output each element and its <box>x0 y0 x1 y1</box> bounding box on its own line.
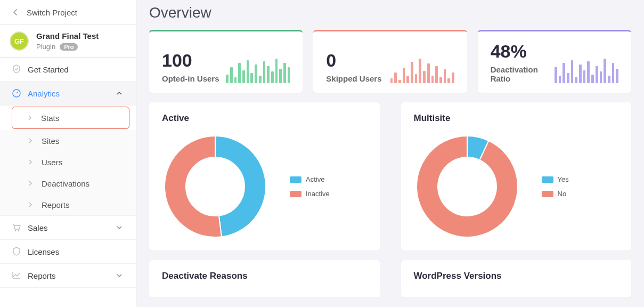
chart-title: Multisite <box>414 113 619 124</box>
legend-swatch <box>290 176 301 183</box>
sidebar-item-label: Users <box>42 158 62 167</box>
chevron-right-icon <box>26 157 35 167</box>
kpi-deactivation-ratio[interactable]: 48% Deactivation Ratio <box>478 30 631 93</box>
chart-card-active: Active ActiveInactive <box>149 102 380 251</box>
kpi-label: Skipped Users <box>326 74 381 83</box>
chart-row: Active ActiveInactive Multisite YesNo <box>149 102 631 251</box>
legend-label: Active <box>306 175 324 183</box>
shield-check-icon <box>12 64 21 74</box>
project-title: Grand Final Test <box>36 31 99 41</box>
sidebar-item-analytics[interactable]: Analytics <box>0 82 136 106</box>
sidebar-item-label: Deactivations <box>42 179 89 188</box>
avatar: GF <box>10 31 29 51</box>
section-deactivate-reasons: Deactivate Reasons <box>149 260 380 297</box>
sparkline-icon <box>226 59 290 83</box>
page-title: Overview <box>149 4 631 21</box>
project-row[interactable]: GF Grand Final Test Plugin Pro <box>0 25 136 58</box>
sidebar-item-label: Reports <box>28 271 56 280</box>
chevron-right-icon <box>26 200 35 209</box>
sidebar-item-stats[interactable]: Stats <box>12 107 129 129</box>
sidebar-item-licenses[interactable]: Licenses <box>0 240 136 264</box>
legend-item[interactable]: Inactive <box>290 190 330 198</box>
kpi-value: 0 <box>326 50 381 71</box>
project-subtitle: Plugin Pro <box>36 43 99 51</box>
kpi-value: 100 <box>162 50 219 71</box>
sidebar-item-get-started[interactable]: Get Started <box>0 58 136 82</box>
main-content: Overview 100 Opted-in Users 0 Skipped Us… <box>136 0 644 307</box>
chevron-up-icon <box>115 88 124 98</box>
chevron-down-icon <box>115 223 124 232</box>
sidebar-item-label: Stats <box>41 114 59 123</box>
legend-swatch <box>542 191 553 197</box>
chart-title: Active <box>162 113 367 124</box>
chart-card-multisite: Multisite YesNo <box>401 102 632 251</box>
chart-line-icon <box>12 271 21 280</box>
sidebar-item-users[interactable]: Users <box>0 151 136 173</box>
kpi-value: 48% <box>491 41 555 62</box>
sidebar-item-sales[interactable]: Sales <box>0 216 136 240</box>
dashboard-icon <box>12 88 21 98</box>
section-wordpress-versions: WordPress Versions <box>401 260 632 297</box>
kpi-label: Opted-in Users <box>162 74 219 83</box>
legend-label: No <box>558 190 567 198</box>
kpi-skipped-users[interactable]: 0 Skipped Users <box>313 30 467 93</box>
svg-point-1 <box>15 230 16 231</box>
switch-project-label: Switch Project <box>27 8 77 17</box>
section-row: Deactivate Reasons WordPress Versions <box>149 260 631 297</box>
svg-point-2 <box>18 230 19 231</box>
legend-multisite: YesNo <box>542 175 569 198</box>
chevron-right-icon <box>26 136 35 146</box>
sidebar-item-label: Reports <box>42 200 70 209</box>
sidebar-item-analytics-reports[interactable]: Reports <box>0 194 136 216</box>
legend-item[interactable]: Active <box>290 175 330 183</box>
cart-icon <box>12 223 21 232</box>
sidebar-item-sites[interactable]: Sites <box>0 130 136 151</box>
shield-icon <box>12 247 21 256</box>
project-info: Grand Final Test Plugin Pro <box>36 31 99 51</box>
sidebar-item-label: Sites <box>42 136 59 146</box>
chevron-left-icon <box>11 7 20 17</box>
legend-active: ActiveInactive <box>290 175 330 198</box>
chevron-right-icon <box>25 113 35 123</box>
section-title: Deactivate Reasons <box>162 271 367 281</box>
sidebar-item-reports[interactable]: Reports <box>0 264 136 288</box>
sparkline-icon <box>390 59 454 83</box>
legend-item[interactable]: Yes <box>542 175 569 183</box>
sidebar-item-deactivations[interactable]: Deactivations <box>0 173 136 194</box>
section-title: WordPress Versions <box>414 271 619 281</box>
switch-project-button[interactable]: Switch Project <box>0 0 136 25</box>
legend-swatch <box>290 191 301 197</box>
pro-badge: Pro <box>60 43 78 51</box>
legend-label: Yes <box>558 175 569 183</box>
sidebar-item-label: Analytics <box>28 89 60 98</box>
chevron-right-icon <box>26 179 35 188</box>
donut-chart-multisite <box>414 133 520 240</box>
kpi-row: 100 Opted-in Users 0 Skipped Users 48% D… <box>149 30 631 93</box>
donut-chart-active <box>162 133 268 240</box>
chevron-down-icon <box>115 271 124 280</box>
sidebar-item-label: Get Started <box>28 65 69 74</box>
legend-swatch <box>542 176 553 183</box>
legend-item[interactable]: No <box>542 190 569 198</box>
kpi-opted-in-users[interactable]: 100 Opted-in Users <box>149 30 303 93</box>
sidebar: Switch Project GF Grand Final Test Plugi… <box>0 0 136 307</box>
sidebar-item-label: Licenses <box>28 247 59 256</box>
sidebar-item-label: Sales <box>28 223 48 232</box>
legend-label: Inactive <box>306 190 330 198</box>
sparkline-icon <box>555 59 618 83</box>
kpi-label: Deactivation Ratio <box>491 65 555 83</box>
